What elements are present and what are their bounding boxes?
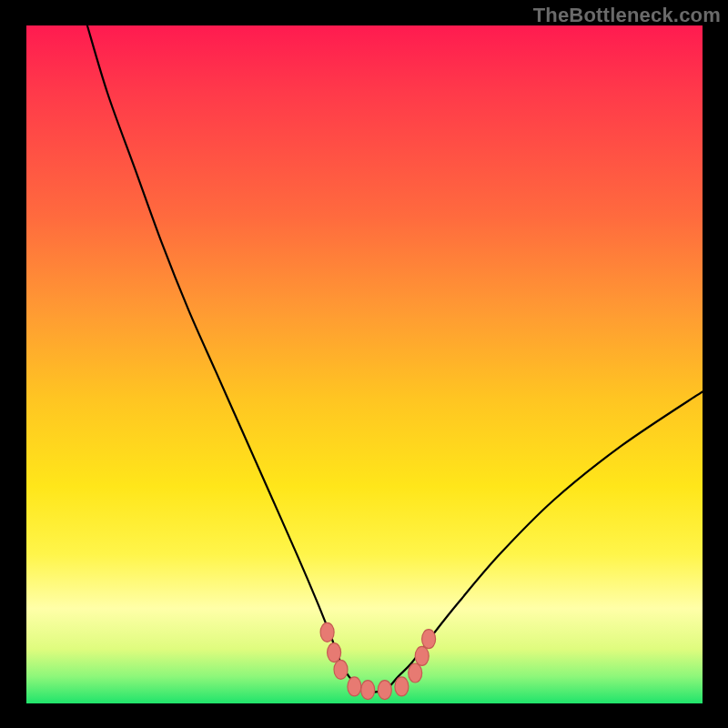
plot-area [26, 25, 703, 703]
watermark-text: TheBottleneck.com [533, 4, 721, 27]
curve-marker [320, 622, 334, 642]
curve-marker [395, 677, 409, 696]
curve-marker [334, 660, 348, 679]
curve-marker [378, 681, 391, 700]
curve-marker [348, 677, 361, 696]
marker-group [320, 622, 436, 699]
bottleneck-curve [87, 25, 703, 692]
curve-svg [26, 25, 703, 703]
curve-marker [422, 630, 436, 649]
curve-marker [409, 663, 422, 682]
curve-marker [361, 681, 375, 700]
chart-frame: TheBottleneck.com [0, 0, 728, 728]
curve-marker [415, 646, 429, 665]
curve-marker [328, 643, 341, 662]
